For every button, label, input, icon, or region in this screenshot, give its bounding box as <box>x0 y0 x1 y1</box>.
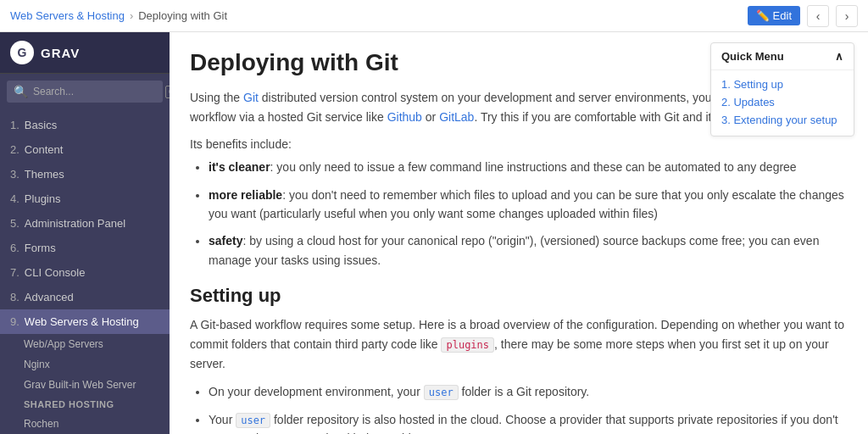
quick-menu-item-2[interactable]: 2. Updates <box>721 93 843 111</box>
content-area: Quick Menu ∧ 1. Setting up 2. Updates 3.… <box>170 32 868 434</box>
sidebar-sub-web: Web/App Servers Nginx Grav Built-in Web … <box>0 334 170 434</box>
quick-menu-collapse-icon[interactable]: ∧ <box>835 50 843 63</box>
section-setting-up: Setting up <box>190 285 848 307</box>
sidebar: G GRAV 🔍 CTRL+K v1.6 1. Basics 2. Conten… <box>0 32 170 434</box>
search-input[interactable] <box>33 86 160 97</box>
edit-button[interactable]: ✏️ Edit <box>748 6 800 25</box>
prev-button[interactable]: ‹ <box>807 5 829 27</box>
sidebar-item-plugins[interactable]: 4. Plugins <box>0 186 170 211</box>
setup-paragraph-1: A Git-based workflow requires some setup… <box>190 315 848 374</box>
sidebar-item-basics[interactable]: 1. Basics <box>0 113 170 137</box>
github-link[interactable]: Github <box>387 110 422 124</box>
setup-item-1: On your development environment, your us… <box>209 382 848 401</box>
search-icon: 🔍 <box>14 85 28 98</box>
sidebar-sub-webapp[interactable]: Web/App Servers <box>14 334 170 354</box>
sidebar-item-themes[interactable]: 3. Themes <box>0 162 170 186</box>
user-code-1[interactable]: user <box>424 385 459 400</box>
benefits-label: Its benefits include: <box>190 137 848 151</box>
quick-menu-item-1[interactable]: 1. Setting up <box>721 75 843 93</box>
quick-menu-item-3[interactable]: 3. Extending your setup <box>721 111 843 129</box>
sidebar-item-forms[interactable]: 6. Forms <box>0 236 170 260</box>
benefit-item-reliable: more reliable: you don't need to remembe… <box>209 186 848 224</box>
git-link[interactable]: Git <box>243 91 259 104</box>
sidebar-sub-grav-builtin[interactable]: Grav Built-in Web Server <box>14 375 170 395</box>
benefits-list: it's cleaner: you only need to issue a f… <box>190 158 848 270</box>
breadcrumb-current: Deploying with Git <box>138 9 227 22</box>
logo-icon: G <box>10 41 34 64</box>
sidebar-item-admin[interactable]: 5. Administration Panel <box>0 211 170 236</box>
benefit-item-cleaner: it's cleaner: you only need to issue a f… <box>209 158 848 176</box>
plugins-code: plugins <box>441 337 494 353</box>
breadcrumb: Web Servers & Hosting › Deploying with G… <box>10 9 748 22</box>
next-button[interactable]: › <box>836 5 858 27</box>
sidebar-section-shared: Shared Hosting <box>14 395 170 414</box>
sidebar-sub-nginx[interactable]: Nginx <box>14 354 170 375</box>
sidebar-item-web-servers[interactable]: 9. Web Servers & Hosting <box>0 309 170 334</box>
sidebar-logo: G GRAV <box>0 32 170 74</box>
nav-actions: ✏️ Edit ‹ › <box>748 5 858 27</box>
setup-item-2: Your user folder repository is also host… <box>209 410 848 434</box>
sidebar-sub-rochen[interactable]: Rochen <box>14 414 170 434</box>
breadcrumb-link[interactable]: Web Servers & Hosting <box>10 9 125 22</box>
user-code-2[interactable]: user <box>236 413 270 428</box>
main-layout: G GRAV 🔍 CTRL+K v1.6 1. Basics 2. Conten… <box>0 32 868 434</box>
edit-icon: ✏️ <box>756 9 770 22</box>
sidebar-item-content[interactable]: 2. Content <box>0 137 170 162</box>
breadcrumb-separator: › <box>130 9 133 22</box>
quick-menu-title: Quick Menu <box>721 50 784 63</box>
gitlab-link[interactable]: GitLab <box>439 110 474 124</box>
sidebar-item-cli[interactable]: 7. CLI Console <box>0 260 170 285</box>
benefit-item-safety: safety: by using a cloud host for your c… <box>209 231 848 270</box>
logo-text: GRAV <box>41 46 80 60</box>
setup-list: On your development environment, your us… <box>190 382 848 434</box>
sidebar-search-container[interactable]: 🔍 CTRL+K v1.6 <box>7 81 163 103</box>
top-navigation: Web Servers & Hosting › Deploying with G… <box>0 0 868 32</box>
sidebar-nav: 1. Basics 2. Content 3. Themes 4. Plugin… <box>0 109 170 434</box>
quick-menu-header: Quick Menu ∧ <box>711 43 854 70</box>
quick-menu-list: 1. Setting up 2. Updates 3. Extending yo… <box>711 70 854 136</box>
sidebar-item-advanced[interactable]: 8. Advanced <box>0 285 170 309</box>
quick-menu: Quick Menu ∧ 1. Setting up 2. Updates 3.… <box>710 42 854 136</box>
